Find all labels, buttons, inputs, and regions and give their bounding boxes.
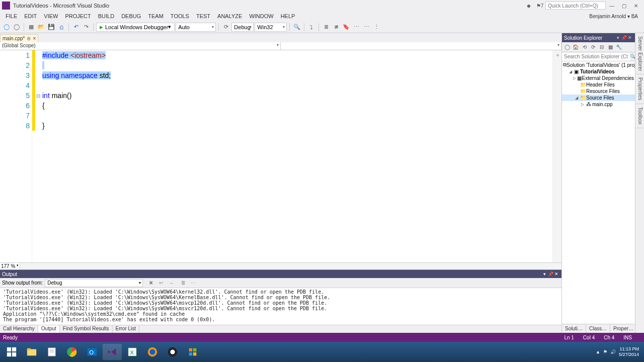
tree-row[interactable]: ▷▦External Dependencies — [562, 75, 635, 81]
menu-debug[interactable]: DEBUG — [118, 13, 144, 19]
notepad-icon[interactable] — [42, 344, 61, 360]
sol-back-icon[interactable]: ◯ — [563, 43, 571, 51]
tb-misc2-icon[interactable]: ⋯ — [362, 23, 371, 32]
tree-row[interactable]: ▷⁂main.cpp — [562, 101, 635, 108]
menu-analyze[interactable]: ANALYZE — [214, 13, 246, 19]
excel-icon[interactable]: X — [123, 344, 142, 360]
outlook-icon[interactable]: O — [83, 344, 102, 360]
scope-right[interactable] — [281, 42, 561, 50]
obs-icon[interactable] — [163, 344, 182, 360]
output-goto-icon[interactable]: → — [167, 279, 175, 287]
doc-tab-main[interactable]: main.cpp* ⊕ × — [0, 34, 38, 42]
menu-tools[interactable]: TOOLS — [167, 13, 193, 19]
output-clear-icon[interactable]: ✖ — [147, 279, 155, 287]
split-icon[interactable]: ＋ — [555, 51, 560, 59]
tab-solution[interactable]: Soluti… — [562, 324, 586, 333]
sol-collapse-icon[interactable]: ⊟ — [598, 43, 606, 51]
tb-overflow-icon[interactable]: ⋮ — [372, 23, 381, 32]
tray-flag-icon[interactable]: ⚑ — [603, 349, 607, 354]
zoom-combo[interactable]: 177 % — [0, 263, 20, 269]
open-button[interactable]: 📂 — [37, 23, 46, 32]
system-tray[interactable]: ▲ ⚑ 🔊 11:13 PM 5/27/2014 — [596, 346, 642, 357]
uncomment-icon[interactable]: ≢ — [332, 23, 341, 32]
code-editor[interactable]: 12345678 ⊟ #include <iostream> using nam… — [0, 50, 561, 262]
solution-dropdown-icon[interactable]: ▾ — [615, 35, 621, 40]
start-debug-button[interactable]: ▶Local Windows Debugger ▾ — [96, 23, 175, 32]
solution-search-input[interactable] — [562, 53, 630, 61]
save-button[interactable]: 💾 — [47, 23, 56, 32]
menu-help[interactable]: HELP — [277, 13, 299, 19]
solution-pin-icon[interactable]: 📌 — [621, 35, 627, 40]
tree-row[interactable]: ⧉Solution 'TutorialVideos' (1 project) — [562, 61, 635, 68]
platform-combo[interactable]: Win32 — [255, 23, 287, 32]
menu-test[interactable]: TEST — [193, 13, 214, 19]
new-project-button[interactable]: ▦ — [27, 23, 36, 32]
side-tab-toolbox[interactable]: Toolbox — [635, 104, 644, 128]
sol-home-icon[interactable]: 🏠 — [572, 43, 580, 51]
refresh-icon[interactable]: ⟳ — [221, 23, 230, 32]
find-icon[interactable]: 🔍 — [292, 23, 301, 32]
explorer-icon[interactable] — [22, 344, 41, 360]
output-wrap-icon[interactable]: ↩ — [157, 279, 165, 287]
tree-row[interactable]: ◢▣TutorialVideos — [562, 68, 635, 75]
nav-fwd-button[interactable]: ◯ — [12, 23, 21, 32]
menu-edit[interactable]: EDIT — [21, 13, 40, 19]
chrome-icon[interactable] — [62, 344, 82, 360]
pin-icon[interactable]: ⊕ — [27, 36, 31, 41]
tab-error-list[interactable]: Error List — [113, 325, 140, 333]
combo-auto[interactable]: Auto — [176, 23, 216, 32]
sol-show-icon[interactable]: ▦ — [606, 43, 614, 51]
menu-project[interactable]: PROJECT — [61, 13, 94, 19]
tray-up-icon[interactable]: ▲ — [596, 349, 600, 354]
firefox-icon[interactable] — [143, 344, 162, 360]
tree-row[interactable]: 📁Resource Files — [562, 88, 635, 95]
clock[interactable]: 11:13 PM 5/27/2014 — [619, 346, 639, 357]
solution-header[interactable]: Solution Explorer ▾ 📌 ✕ — [562, 33, 635, 42]
feedback-icon[interactable]: ☻ — [524, 1, 533, 10]
user-name[interactable]: Benjamin Arnold ▾ BA — [589, 14, 642, 19]
side-tab-server-explorer[interactable]: Server Explorer — [635, 33, 644, 74]
h-scrollbar[interactable] — [20, 263, 561, 269]
comment-icon[interactable]: ≣ — [321, 23, 331, 32]
config-combo[interactable]: Debug — [231, 23, 254, 32]
start-button[interactable] — [2, 344, 21, 360]
output-close-icon[interactable]: ✕ — [553, 272, 559, 277]
tab-class-view[interactable]: Class… — [586, 324, 610, 333]
app-icon[interactable] — [183, 344, 202, 360]
output-from-combo[interactable]: Debug — [45, 279, 143, 287]
overview-ruler[interactable]: ＋ — [552, 50, 561, 262]
sol-sync-icon[interactable]: ⟲ — [581, 43, 589, 51]
undo-button[interactable]: ↶ — [71, 23, 80, 32]
tab-properties[interactable]: Proper… — [610, 324, 637, 333]
output-misc-icon[interactable]: ⋯ — [189, 279, 197, 287]
notification-icon[interactable]: ⚑7 — [535, 1, 544, 10]
tb-misc1-icon[interactable]: ⋯ — [352, 23, 361, 32]
menu-file[interactable]: FILE — [2, 13, 21, 19]
output-header[interactable]: Output ▾ 📌 ✕ — [0, 270, 561, 278]
sol-props-icon[interactable]: 🔧 — [615, 43, 623, 51]
menu-view[interactable]: VIEW — [40, 13, 61, 19]
close-button[interactable]: ✕ — [630, 1, 642, 10]
solution-close-icon[interactable]: ✕ — [627, 35, 633, 40]
nav-back-button[interactable]: ◯ — [2, 23, 11, 32]
output-dropdown-icon[interactable]: ▾ — [541, 272, 547, 277]
output-text[interactable]: 'TutorialVideos.exe' (Win32): Loaded 'C:… — [0, 288, 561, 325]
save-all-button[interactable]: ⎙ — [57, 23, 66, 32]
quick-launch-input[interactable] — [545, 2, 606, 10]
minimize-button[interactable]: — — [606, 1, 618, 10]
redo-button[interactable]: ↷ — [82, 23, 91, 32]
menu-window[interactable]: WINDOW — [246, 13, 277, 19]
tree-row[interactable]: 📁Header Files — [562, 81, 635, 88]
menu-build[interactable]: BUILD — [95, 13, 118, 19]
output-pin-icon[interactable]: 📌 — [547, 272, 553, 277]
tab-find-symbol[interactable]: Find Symbol Results — [60, 325, 113, 333]
bookmark-icon[interactable]: 🔖 — [342, 23, 351, 32]
side-tab-properties[interactable]: Properties — [635, 74, 644, 104]
sol-refresh-icon[interactable]: ⟳ — [589, 43, 597, 51]
menu-team[interactable]: TEAM — [144, 13, 167, 19]
tab-output[interactable]: Output — [38, 325, 60, 333]
output-toggle-icon[interactable]: ≣ — [179, 279, 187, 287]
tree-row[interactable]: ◢📁Source Files — [562, 95, 635, 101]
maximize-button[interactable]: ▢ — [618, 1, 630, 10]
scope-left[interactable]: (Global Scope) — [0, 42, 281, 50]
